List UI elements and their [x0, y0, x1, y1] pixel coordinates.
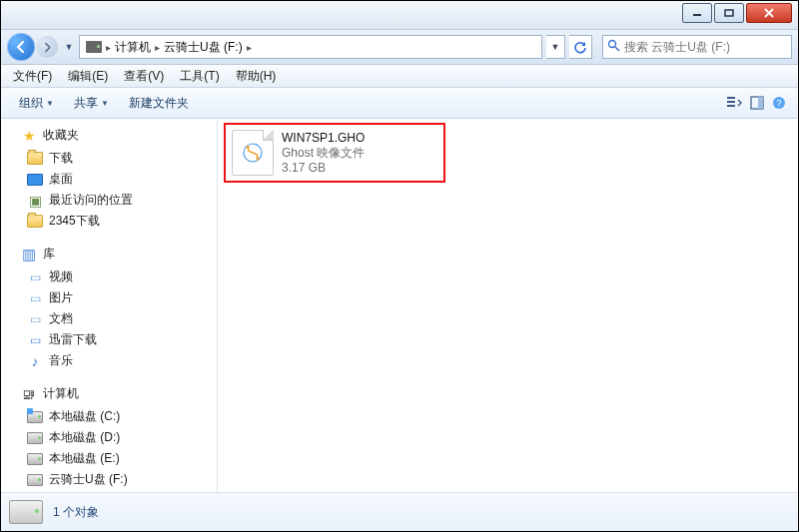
search-icon [607, 39, 620, 55]
menubar: 文件(F) 编辑(E) 查看(V) 工具(T) 帮助(H) [1, 65, 798, 88]
sidebar-item-thunder[interactable]: ▭ 迅雷下载 [7, 329, 217, 350]
file-type: Ghost 映像文件 [282, 146, 365, 161]
svg-text:?: ? [776, 98, 781, 108]
drive-icon [27, 409, 43, 425]
history-dropdown[interactable]: ▼ [63, 42, 75, 52]
star-icon: ★ [21, 128, 37, 144]
address-bar[interactable]: ▸ 计算机 ▸ 云骑士U盘 (F:) ▸ [79, 35, 542, 59]
menu-help[interactable]: 帮助(H) [228, 66, 285, 87]
svg-rect-5 [727, 101, 735, 103]
nav-pane[interactable]: ★ 收藏夹 下载 桌面 ▣ 最近访问的位置 2345下载 [1, 119, 218, 492]
search-box[interactable]: 搜索 云骑士U盘 (F:) [602, 35, 792, 59]
drive-icon [86, 41, 102, 53]
close-button[interactable] [746, 3, 792, 23]
sidebar-item-videos[interactable]: ▭ 视频 [7, 266, 217, 287]
svg-rect-6 [727, 105, 735, 107]
menu-tools[interactable]: 工具(T) [172, 66, 227, 87]
recent-icon: ▣ [27, 193, 43, 209]
maximize-button[interactable] [714, 3, 744, 23]
sidebar-item-documents[interactable]: ▭ 文档 [7, 308, 217, 329]
libraries-label: 库 [43, 246, 55, 263]
computer-group: 🖳 计算机 本地磁盘 (C:) 本地磁盘 (D:) 本地磁盘 (E:) [7, 383, 217, 490]
breadcrumb-root[interactable]: 计算机 [111, 39, 155, 56]
status-count: 1 个对象 [53, 504, 99, 521]
computer-label: 计算机 [43, 385, 79, 402]
svg-line-3 [615, 47, 619, 51]
sidebar-item-downloads[interactable]: 下载 [7, 148, 217, 169]
desktop-icon [27, 172, 43, 188]
breadcrumb-current[interactable]: 云骑士U盘 (F:) [160, 39, 247, 56]
favorites-group: ★ 收藏夹 下载 桌面 ▣ 最近访问的位置 2345下载 [7, 125, 217, 232]
favorites-header[interactable]: ★ 收藏夹 [7, 125, 217, 146]
svg-rect-0 [693, 14, 701, 16]
file-meta: WIN7SP1.GHO Ghost 映像文件 3.17 GB [282, 131, 365, 176]
svg-rect-4 [727, 97, 735, 99]
svg-point-2 [609, 41, 616, 48]
sidebar-item-pictures[interactable]: ▭ 图片 [7, 287, 217, 308]
computer-header[interactable]: 🖳 计算机 [7, 383, 217, 404]
favorites-label: 收藏夹 [43, 127, 79, 144]
back-button[interactable] [7, 33, 35, 61]
sidebar-item-music[interactable]: ♪ 音乐 [7, 350, 217, 371]
help-button[interactable]: ? [768, 92, 790, 114]
body: ★ 收藏夹 下载 桌面 ▣ 最近访问的位置 2345下载 [1, 119, 798, 492]
computer-icon: 🖳 [21, 386, 37, 402]
minimize-button[interactable] [682, 3, 712, 23]
nav-row: ▼ ▸ 计算机 ▸ 云骑士U盘 (F:) ▸ ▼ 搜索 云骑士U盘 (F:) [1, 30, 798, 65]
music-icon: ♪ [27, 353, 43, 369]
drive-icon [27, 472, 43, 488]
file-size: 3.17 GB [282, 161, 365, 176]
refresh-button[interactable] [569, 35, 592, 59]
libraries-group: ▥ 库 ▭ 视频 ▭ 图片 ▭ 文档 ▭ 迅雷下载 [7, 244, 217, 371]
breadcrumb-sep-icon: ▸ [247, 42, 252, 53]
drive-icon [27, 430, 43, 446]
svg-point-12 [247, 146, 250, 149]
libraries-icon: ▥ [21, 247, 37, 263]
file-item[interactable]: WIN7SP1.GHO Ghost 映像文件 3.17 GB [228, 127, 441, 179]
menu-file[interactable]: 文件(F) [5, 66, 60, 87]
video-icon: ▭ [27, 269, 43, 285]
sidebar-item-drive-c[interactable]: 本地磁盘 (C:) [7, 406, 217, 427]
svg-rect-8 [758, 97, 763, 109]
svg-rect-1 [725, 10, 733, 16]
address-history-button[interactable]: ▼ [546, 35, 565, 59]
titlebar [1, 1, 798, 30]
document-icon: ▭ [27, 311, 43, 327]
drive-icon [27, 451, 43, 467]
libraries-header[interactable]: ▥ 库 [7, 244, 217, 265]
ghost-file-icon [232, 130, 274, 176]
drive-icon [9, 500, 43, 524]
sidebar-item-drive-e[interactable]: 本地磁盘 (E:) [7, 448, 217, 469]
forward-button[interactable] [35, 35, 59, 59]
preview-pane-button[interactable] [746, 92, 768, 114]
folder-icon [27, 151, 43, 167]
folder-icon [27, 214, 43, 230]
sidebar-item-drive-d[interactable]: 本地磁盘 (D:) [7, 427, 217, 448]
content-area[interactable]: WIN7SP1.GHO Ghost 映像文件 3.17 GB [218, 119, 798, 492]
sidebar-item-drive-f[interactable]: 云骑士U盘 (F:) [7, 469, 217, 490]
svg-point-13 [257, 158, 260, 161]
file-name: WIN7SP1.GHO [282, 131, 365, 146]
sidebar-item-recent[interactable]: ▣ 最近访问的位置 [7, 190, 217, 211]
menu-edit[interactable]: 编辑(E) [60, 66, 116, 87]
explorer-window: ▼ ▸ 计算机 ▸ 云骑士U盘 (F:) ▸ ▼ 搜索 云骑士U盘 (F:) 文… [0, 0, 799, 532]
sidebar-item-desktop[interactable]: 桌面 [7, 169, 217, 190]
sidebar-item-2345[interactable]: 2345下载 [7, 211, 217, 232]
search-placeholder: 搜索 云骑士U盘 (F:) [624, 39, 730, 56]
share-button[interactable]: 共享▼ [64, 95, 119, 112]
folder-icon: ▭ [27, 332, 43, 348]
status-bar: 1 个对象 [1, 492, 798, 531]
view-options-button[interactable] [724, 92, 746, 114]
toolbar: 组织▼ 共享▼ 新建文件夹 ? [1, 88, 798, 119]
new-folder-button[interactable]: 新建文件夹 [119, 95, 199, 112]
menu-view[interactable]: 查看(V) [116, 66, 172, 87]
organize-button[interactable]: 组织▼ [9, 95, 64, 112]
picture-icon: ▭ [27, 290, 43, 306]
